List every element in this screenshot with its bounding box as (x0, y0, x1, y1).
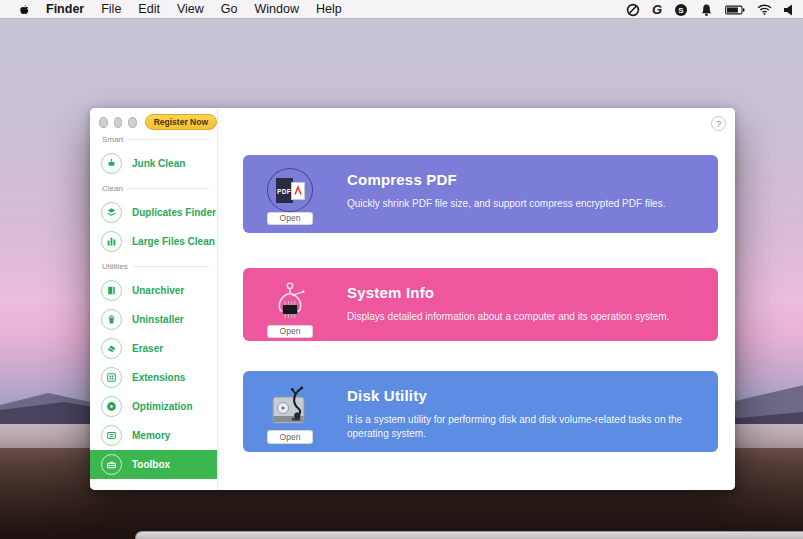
menu-window[interactable]: Window (254, 2, 298, 16)
card-description: It is a system utility for performing di… (347, 413, 704, 441)
apple-menu[interactable] (17, 2, 30, 17)
disk-utility-stethoscope-icon (266, 384, 314, 430)
sidebar-item-label: Extensions (132, 372, 185, 383)
menu-help[interactable]: Help (316, 2, 342, 16)
card-text: System Info Displays detailed informatio… (347, 281, 669, 333)
main-content: ? PDF Open Compress PDF Quickly shrink P… (218, 108, 735, 490)
toolbox-icon (101, 454, 122, 475)
section-divider (134, 266, 209, 267)
card-disk-utility: Open Disk Utility It is a system utility… (243, 371, 718, 452)
section-smart: Smart (102, 134, 209, 144)
large-files-clean-icon (101, 231, 122, 252)
sidebar-item-label: Optimization (132, 401, 193, 412)
sidebar-item-unarchiver[interactable]: Unarchiver (90, 276, 217, 305)
sidebar-item-extensions[interactable]: Extensions (90, 363, 217, 392)
sidebar-item-label: Eraser (132, 343, 163, 354)
card-title: Compress PDF (347, 171, 665, 188)
duplicates-finder-icon (101, 202, 122, 223)
sidebar-item-memory[interactable]: Memory (90, 421, 217, 450)
menu-bar: Finder File Edit View Go Window Help G S (0, 0, 803, 19)
menu-file[interactable]: File (101, 2, 121, 16)
help-button[interactable]: ? (711, 116, 726, 131)
volume-icon[interactable] (784, 4, 795, 16)
sidebar-item-uninstaller[interactable]: Uninstaller (90, 305, 217, 334)
card-compress-pdf: PDF Open Compress PDF Quickly shrink PDF… (243, 155, 718, 233)
app-window: Register Now Smart Junk Clean Clean (90, 108, 735, 490)
card-system-info: Open System Info Displays detailed infor… (243, 268, 718, 341)
menu-go[interactable]: Go (221, 2, 238, 16)
system-info-claw-icon (266, 281, 314, 325)
sidebar-item-label: Unarchiver (132, 285, 184, 296)
sidebar-item-label: Junk Clean (132, 158, 185, 169)
sidebar-item-junk-clean[interactable]: Junk Clean (90, 149, 217, 178)
minimize-window-button[interactable] (114, 117, 123, 128)
card-text: Disk Utility It is a system utility for … (347, 384, 704, 444)
zoom-window-button[interactable] (128, 117, 137, 128)
card-description: Quickly shrink PDF file size, and suppor… (347, 197, 665, 211)
sidebar-item-optimization[interactable]: Optimization (90, 392, 217, 421)
section-label: Clean (102, 184, 123, 193)
section-utilities: Utilities (102, 261, 209, 271)
desktop: Finder File Edit View Go Window Help G S (0, 0, 803, 539)
card-title: Disk Utility (347, 387, 704, 404)
skype-icon[interactable]: S (674, 3, 688, 17)
sidebar-item-large-files-clean[interactable]: Large Files Clean (90, 227, 217, 256)
sidebar: Register Now Smart Junk Clean Clean (90, 108, 218, 490)
section-divider (129, 139, 209, 140)
menu-finder[interactable]: Finder (46, 2, 84, 16)
battery-icon[interactable] (725, 5, 745, 15)
close-window-button[interactable] (99, 117, 108, 128)
status-icons: G S (626, 0, 795, 19)
optimization-icon (101, 396, 122, 417)
junk-clean-icon (101, 153, 122, 174)
card-icon-column: PDF Open (262, 168, 318, 225)
apple-logo-icon (17, 2, 30, 17)
sidebar-item-label: Memory (132, 430, 170, 441)
open-system-info-button[interactable]: Open (267, 325, 313, 338)
section-divider (129, 188, 209, 189)
dock[interactable] (135, 531, 803, 539)
sidebar-item-toolbox[interactable]: Toolbox (90, 450, 217, 479)
compress-pdf-icon: PDF (267, 168, 313, 212)
unarchiver-icon (101, 280, 122, 301)
menu-view[interactable]: View (177, 2, 204, 16)
section-label: Utilities (102, 262, 128, 271)
register-now-button[interactable]: Register Now (145, 114, 217, 130)
eraser-icon (101, 338, 122, 359)
sidebar-item-label: Toolbox (132, 459, 170, 470)
open-disk-utility-button[interactable]: Open (267, 430, 313, 444)
extensions-icon (101, 367, 122, 388)
card-title: System Info (347, 284, 669, 301)
sidebar-item-label: Duplicates Finder (132, 207, 216, 218)
menu-edit[interactable]: Edit (138, 2, 160, 16)
open-compress-pdf-button[interactable]: Open (267, 212, 313, 225)
section-clean: Clean (102, 183, 209, 193)
card-icon-column: Open (262, 384, 318, 444)
card-text: Compress PDF Quickly shrink PDF file siz… (347, 168, 665, 225)
do-not-disturb-icon[interactable] (626, 3, 640, 17)
pdf-page-glyph (291, 182, 305, 200)
sidebar-item-eraser[interactable]: Eraser (90, 334, 217, 363)
wifi-icon[interactable] (757, 4, 772, 15)
grammarly-icon[interactable]: G (652, 2, 662, 17)
sidebar-item-label: Uninstaller (132, 314, 184, 325)
section-label: Smart (102, 135, 123, 144)
uninstaller-icon (101, 309, 122, 330)
window-titlebar: Register Now (90, 108, 217, 129)
notifications-bell-icon[interactable] (700, 3, 713, 17)
sidebar-item-label: Large Files Clean (132, 236, 215, 247)
card-description: Displays detailed information about a co… (347, 310, 669, 324)
sidebar-item-duplicates-finder[interactable]: Duplicates Finder (90, 198, 217, 227)
memory-icon (101, 425, 122, 446)
svg-text:S: S (678, 6, 684, 15)
card-icon-column: Open (262, 281, 318, 333)
